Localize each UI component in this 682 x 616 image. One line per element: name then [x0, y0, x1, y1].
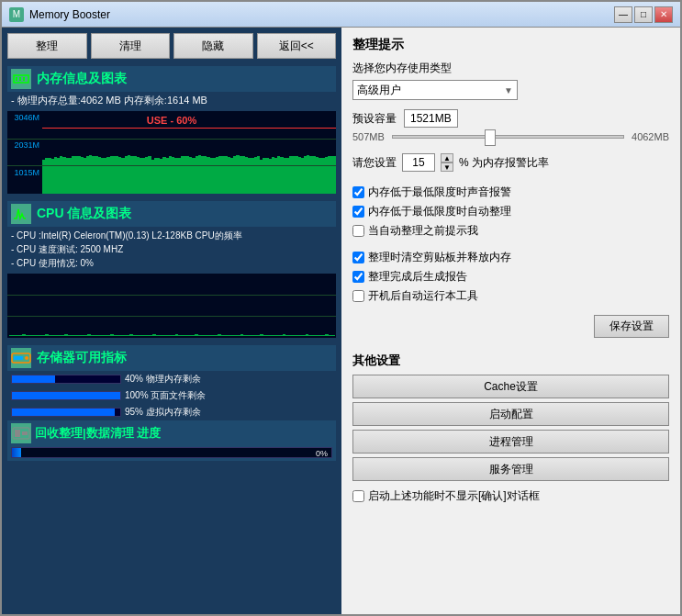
alarm-row: 请您设置 ▲ ▼ % 为内存报警比率 — [352, 153, 669, 172]
slider-thumb[interactable] — [485, 129, 496, 146]
dropdown-value: 高级用户 — [357, 83, 401, 98]
close-button[interactable]: ✕ — [654, 6, 673, 23]
alarm-spin-up[interactable]: ▲ — [441, 153, 453, 162]
select-row: 高级用户 ▼ — [352, 80, 669, 100]
progress-header: 回收整理|数据清理 进度 — [11, 423, 332, 443]
cpu-info-line-3: - CPU 使用情况: 0% — [11, 256, 332, 270]
use-line — [42, 128, 336, 129]
slider-max-label: 4062MB — [632, 131, 669, 142]
checkbox2-0[interactable] — [352, 252, 364, 263]
storage-bar-text: 95% 虚拟内存剩余 — [125, 406, 201, 419]
other-settings-title: 其他设置 — [352, 353, 669, 369]
back-button[interactable]: 返回<< — [257, 33, 337, 59]
checkbox-2[interactable] — [352, 225, 364, 237]
svg-point-5 — [25, 356, 28, 360]
storage-bar-container — [11, 408, 121, 417]
alarm-prefix: 请您设置 — [352, 155, 397, 171]
alarm-input[interactable] — [402, 153, 435, 172]
cpu-info: - CPU :Intel(R) Celeron(TM)(0.13) L2-128… — [7, 227, 336, 272]
progress-fill — [12, 448, 21, 457]
memory-bars — [42, 131, 336, 194]
capacity-value: 1521MB — [404, 109, 458, 128]
storage-bar-fill — [12, 392, 120, 399]
cpu-h-grid-1 — [7, 295, 336, 296]
hide-button[interactable]: 隐藏 — [173, 33, 253, 59]
other-btn-0[interactable]: Cache设置 — [352, 375, 669, 398]
h-grid-1 — [7, 139, 336, 140]
checkbox2-1[interactable] — [352, 271, 364, 283]
memory-info: - 物理内存总量:4062 MB 内存剩余:1614 MB — [7, 92, 336, 109]
alarm-suffix: % 为内存报警比率 — [459, 155, 549, 171]
checkbox-1[interactable] — [352, 206, 364, 218]
tidy-button[interactable]: 整理 — [7, 33, 87, 59]
capacity-row: 预设容量 1521MB — [352, 109, 669, 128]
checkbox-label2-0: 整理时清空剪贴板并释放内存 — [368, 250, 511, 265]
storage-bar-row: 40% 物理内存剩余 — [7, 371, 336, 387]
storage-section: 存储器可用指标 40% 物理内存剩余 100% 页面文件剩余 95% 虚拟内存剩… — [7, 345, 336, 420]
chart-label-2031: 2031M — [7, 140, 39, 150]
cpu-info-line-2: - CPU 速度测试: 2500 MHZ — [11, 242, 332, 256]
alarm-spin-down[interactable]: ▼ — [441, 162, 453, 172]
window-controls: — □ ✕ — [614, 6, 673, 23]
bottom-checkbox[interactable] — [352, 490, 364, 502]
checkbox2-2[interactable] — [352, 290, 364, 302]
checkbox-row2: 整理完成后生成报告 — [352, 269, 669, 285]
dropdown-arrow-icon: ▼ — [504, 85, 513, 95]
progress-title: 回收整理|数据清理 进度 — [35, 425, 161, 442]
svg-rect-9 — [22, 431, 28, 435]
progress-icon — [11, 423, 31, 443]
cpu-bars — [9, 275, 334, 336]
svg-rect-3 — [23, 77, 25, 81]
memory-section: 内存信息及图表 - 物理内存总量:4062 MB 内存剩余:1614 MB 30… — [7, 66, 336, 196]
top-buttons: 整理 清理 隐藏 返回<< — [7, 33, 336, 59]
storage-title: 存储器可用指标 — [37, 350, 127, 366]
checkbox-row2: 开机后自动运行本工具 — [352, 288, 669, 304]
memory-icon — [11, 69, 31, 89]
capacity-slider[interactable] — [392, 135, 624, 139]
checkbox-row: 当自动整理之前提示我 — [352, 223, 669, 239]
checkbox-group-1: 内存低于最低限度时声音报警 内存低于最低限度时自动整理 当自动整理之前提示我 — [352, 185, 669, 239]
checkbox-row2: 整理时清空剪贴板并释放内存 — [352, 250, 669, 265]
other-btn-1[interactable]: 启动配置 — [352, 402, 669, 426]
other-buttons-list: Cache设置启动配置进程管理服务管理 — [352, 375, 669, 485]
title-bar: M Memory Booster — □ ✕ — [2, 2, 680, 28]
other-btn-2[interactable]: 进程管理 — [352, 430, 669, 454]
memory-type-dropdown[interactable]: 高级用户 ▼ — [352, 80, 518, 100]
cpu-title: CPU 信息及图表 — [37, 206, 131, 222]
checkbox-label-2: 当自动整理之前提示我 — [368, 223, 478, 239]
left-panel: 整理 清理 隐藏 返回<< 内存信息及图表 — [2, 28, 341, 614]
main-content: 整理 清理 隐藏 返回<< 内存信息及图表 — [2, 28, 680, 614]
bottom-checkbox-label: 启动上述功能时不显示[确认]对话框 — [368, 488, 540, 504]
cpu-icon — [11, 204, 31, 224]
slider-min-label: 507MB — [352, 131, 385, 142]
maximize-button[interactable]: □ — [634, 6, 653, 23]
checkbox-row: 内存低于最低限度时声音报警 — [352, 185, 669, 200]
progress-pct: 0% — [316, 448, 328, 459]
chart-label-3046: 3046M — [7, 113, 39, 122]
use-label: USE - 60% — [147, 115, 196, 126]
checkbox-0[interactable] — [352, 186, 364, 198]
storage-bar-text: 40% 物理内存剩余 — [125, 373, 201, 386]
storage-header: 存储器可用指标 — [7, 345, 336, 371]
checkbox-label-1: 内存低于最低限度时自动整理 — [368, 204, 511, 219]
clean-button[interactable]: 清理 — [91, 33, 171, 59]
svg-rect-1 — [16, 77, 17, 81]
svg-rect-8 — [15, 430, 20, 437]
select-label: 选择您内存使用类型 — [352, 61, 669, 76]
alarm-spinner: ▲ ▼ — [441, 153, 453, 172]
storage-icon — [11, 348, 31, 368]
storage-bar-fill — [12, 375, 55, 383]
storage-bars-list: 40% 物理内存剩余 100% 页面文件剩余 95% 虚拟内存剩余 — [7, 371, 336, 420]
save-button[interactable]: 保存设置 — [594, 315, 669, 338]
right-panel: 整理提示 选择您内存使用类型 高级用户 ▼ 预设容量 1521MB 507MB … — [341, 28, 680, 614]
title-text: Memory Booster — [29, 8, 614, 21]
other-btn-3[interactable]: 服务管理 — [352, 457, 669, 481]
main-window: M Memory Booster — □ ✕ 整理 清理 隐藏 返回<< — [0, 0, 682, 616]
app-icon: M — [9, 7, 24, 22]
cpu-chart — [7, 274, 336, 338]
checkbox-row: 内存低于最低限度时自动整理 — [352, 204, 669, 219]
progress-bar: 0% — [11, 447, 332, 458]
checkbox-label2-2: 开机后自动运行本工具 — [368, 288, 478, 304]
minimize-button[interactable]: — — [614, 6, 632, 23]
svg-rect-6 — [14, 356, 23, 360]
